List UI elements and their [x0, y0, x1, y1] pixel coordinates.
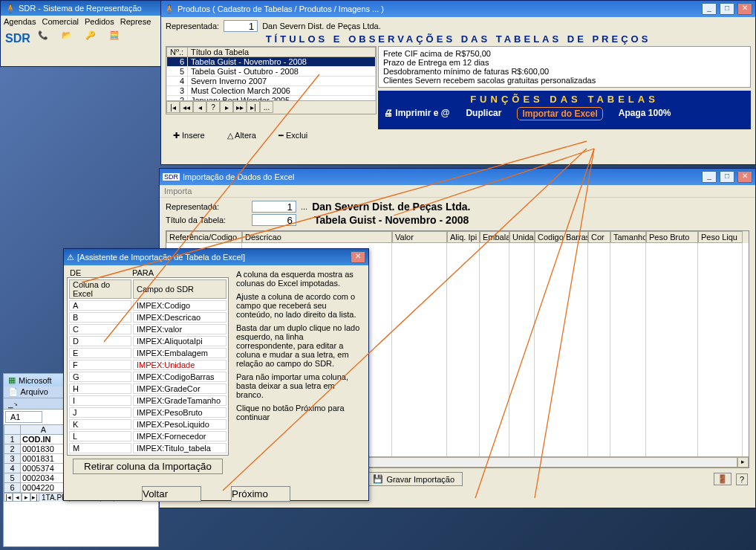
exit-icon[interactable]: 🚪: [714, 473, 731, 485]
arrow-icon[interactable]: ⎯↘: [8, 399, 19, 408]
importa-menu[interactable]: Importa: [164, 187, 192, 195]
func-importar-excel[interactable]: Importar do Excel: [518, 108, 602, 120]
excel-menu-arquivo[interactable]: Arquivo: [20, 387, 48, 396]
grid-col-header[interactable]: Unida: [509, 231, 535, 243]
wizard-col-sdr[interactable]: Campo do SDR: [133, 279, 227, 299]
maximize-button[interactable]: □: [720, 171, 734, 183]
excel-shortcut-icon[interactable]: 📄: [8, 387, 19, 396]
action-exclui[interactable]: ━ Exclui: [278, 131, 307, 140]
col-n[interactable]: Nº.:: [167, 48, 188, 57]
grid-col-header[interactable]: Descricao: [242, 231, 392, 243]
calculator-icon[interactable]: 🧮: [109, 30, 126, 47]
minimize-button[interactable]: _: [702, 171, 717, 183]
sdr-titlebar[interactable]: 🧍 SDR - Sistema de Representação: [1, 1, 161, 16]
grid-col-header[interactable]: Referência/Codigo: [166, 231, 242, 243]
nav-last[interactable]: ▸|: [247, 101, 260, 113]
grid-col-header[interactable]: Aliq. Ipi: [447, 231, 480, 243]
mapping-row[interactable]: JIMPEX:PesoBruto: [69, 407, 227, 418]
sheet-prev-icon[interactable]: ◂: [13, 493, 22, 502]
excel-corner[interactable]: [4, 425, 21, 435]
mapping-row[interactable]: AIMPEX:Codigo: [69, 300, 227, 311]
menu-comercial[interactable]: Comercial: [42, 17, 79, 26]
mapping-row[interactable]: DIMPEX:AliquotaIpi: [69, 336, 227, 346]
tabela-row[interactable]: 4Severn Inverno 2007: [167, 77, 376, 86]
grid-col-header[interactable]: Cor: [588, 231, 610, 243]
maximize-button[interactable]: □: [720, 3, 734, 15]
close-button[interactable]: ✕: [351, 251, 365, 263]
mapping-row[interactable]: CIMPEX:valor: [69, 324, 227, 334]
menu-represe[interactable]: Represe: [120, 17, 151, 26]
nav-prev[interactable]: ◂: [193, 101, 206, 113]
wizard-mapping-table[interactable]: Coluna do Excel Campo do SDR AIMPEX:Codi…: [67, 277, 229, 456]
excel-row-header[interactable]: 5: [4, 473, 21, 483]
tabelas-scroll[interactable]: Nº.: Título da Tabela 6Tabela Guist - No…: [166, 47, 376, 100]
excel-row-header[interactable]: 3: [4, 454, 21, 464]
mapping-row[interactable]: GIMPEX:CodigoBarras: [69, 372, 227, 382]
col-titulo[interactable]: Título da Tabela: [188, 48, 376, 57]
excel-row-header[interactable]: 2: [4, 444, 21, 454]
excel-row-header[interactable]: 4: [4, 464, 21, 473]
wizard-col-excel[interactable]: Coluna do Excel: [69, 279, 131, 299]
grid-col-header[interactable]: Valor: [392, 231, 447, 243]
nav-nextpage[interactable]: ▸▸: [233, 101, 247, 113]
nav-ins[interactable]: ...: [260, 101, 273, 113]
scroll-right-icon[interactable]: ▸: [737, 457, 749, 468]
excel-col-a[interactable]: A: [21, 425, 67, 435]
retirar-coluna-button[interactable]: Retirar coluna da Importação: [73, 459, 223, 474]
mapping-row[interactable]: MIMPEX:Titulo_tabela: [69, 443, 227, 453]
wizard-para: PARA: [132, 268, 154, 277]
action-insere[interactable]: ✚ Insere: [173, 131, 205, 140]
tabelas-list[interactable]: Nº.: Título da Tabela 6Tabela Guist - No…: [166, 46, 377, 114]
mapping-row[interactable]: BIMPEX:Descricao: [69, 312, 227, 323]
minimize-button[interactable]: _: [702, 3, 717, 15]
tabela-row[interactable]: 5Tabela Guist - Outubro - 2008: [167, 67, 376, 77]
mapping-row[interactable]: IIMPEX:GradeTamanho: [69, 395, 227, 406]
excel-cellref[interactable]: [5, 411, 42, 423]
mapping-row[interactable]: HIMPEX:GradeCor: [69, 384, 227, 394]
wizard-titlebar[interactable]: ⚠ [Assistente de Importação de Tabela do…: [64, 249, 368, 265]
sheet-next-icon[interactable]: ▸: [22, 493, 30, 502]
excel-row-header[interactable]: 1: [4, 435, 21, 444]
mapping-row[interactable]: KIMPEX:PesoLiquido: [69, 419, 227, 430]
voltar-button[interactable]: Voltar: [142, 486, 201, 502]
grid-col-header[interactable]: Tamanho: [610, 231, 646, 243]
grid-col-header[interactable]: Embala: [480, 231, 509, 243]
nav-first[interactable]: |◂: [166, 101, 180, 113]
import-tab-input[interactable]: [252, 214, 296, 226]
menu-agendas[interactable]: Agendas: [4, 17, 36, 26]
tabela-row[interactable]: 3Must Colection March 2006: [167, 86, 376, 96]
mapping-row[interactable]: LIMPEX:Fornecedor: [69, 431, 227, 441]
folder-icon[interactable]: 📂: [62, 30, 78, 47]
gravar-button[interactable]: 💾 Gravar Importação: [365, 472, 463, 486]
dots-button[interactable]: ...: [301, 202, 307, 211]
func-duplicar[interactable]: Duplicar: [466, 108, 501, 120]
nav-next[interactable]: ▸: [220, 101, 233, 113]
nav-q[interactable]: ?: [206, 101, 220, 113]
action-altera[interactable]: △ Altera: [227, 131, 256, 140]
excel-row-header[interactable]: 6: [4, 483, 21, 493]
nav-prevpage[interactable]: ◂◂: [180, 101, 193, 113]
sheet-last-icon[interactable]: ▸|: [30, 493, 39, 502]
mapping-row[interactable]: EIMPEX:Embalagem: [69, 348, 227, 358]
grid-col-header[interactable]: Peso Bruto: [646, 231, 698, 243]
help-icon[interactable]: ?: [736, 473, 748, 485]
tabela-row[interactable]: 6Tabela Guist - Novembro - 2008: [167, 57, 376, 67]
phone-icon[interactable]: 📞: [38, 30, 54, 47]
produtos-titlebar[interactable]: 🧍 Produtos ( Cadastro de Tabelas / Produ…: [161, 1, 755, 17]
close-button[interactable]: ✕: [737, 3, 752, 15]
import-rep-input[interactable]: [252, 201, 296, 213]
import-tab-label: Título da Tabela:: [166, 216, 247, 224]
representada-input[interactable]: [224, 20, 258, 32]
func-imprimir[interactable]: 🖨 Imprimir e @: [384, 108, 449, 120]
key-icon[interactable]: 🔑: [85, 30, 102, 47]
import-titlebar[interactable]: SDR Importação de Dados do Excel _ □ ✕: [160, 169, 755, 185]
grid-col-header[interactable]: Peso Liqu: [698, 231, 743, 243]
proximo-button[interactable]: Próximo: [231, 486, 290, 502]
mapping-row[interactable]: FIMPEX:Unidade: [69, 360, 227, 370]
sheet-first-icon[interactable]: |◂: [4, 493, 13, 502]
obs-line: Clientes Severn recebem sacolas gratuita…: [383, 76, 746, 85]
menu-pedidos[interactable]: Pedidos: [85, 17, 114, 26]
close-button[interactable]: ✕: [737, 171, 752, 183]
func-apaga[interactable]: Apaga 100%: [619, 108, 671, 120]
grid-col-header[interactable]: Codigo Barras: [535, 231, 588, 243]
